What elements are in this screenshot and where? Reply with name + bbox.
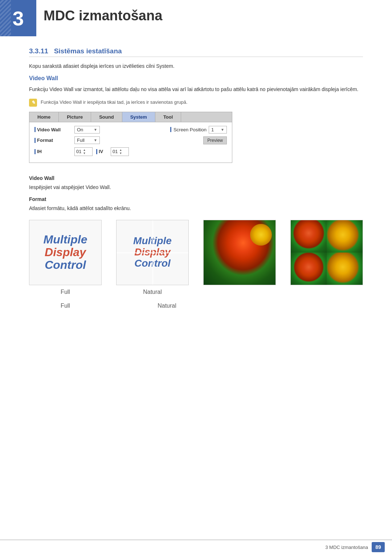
flower-cell-4 (327, 253, 363, 285)
note-icon: ✎ (29, 99, 37, 107)
video-wall-description: Funkciju Video Wall var izmantot, lai at… (29, 85, 363, 93)
full-flower-label-item: Full (29, 303, 102, 309)
section-number: 3.3.11 (29, 47, 48, 55)
full-flower-label: Full (61, 303, 70, 309)
format-sub-heading: Format (29, 196, 363, 202)
chevron-down-icon: ▼ (94, 128, 97, 132)
page-number-badge: 89 (372, 542, 385, 552)
tab-home[interactable]: Home (29, 112, 59, 122)
footer-text: 3 MDC izmantošana (325, 545, 368, 550)
chevron-down-icon-2: ▼ (221, 128, 224, 132)
flower-accent (250, 224, 272, 246)
flower-full-item (203, 220, 276, 295)
flower-cell-1 (291, 220, 327, 253)
spinner-down-icon-2: ▼ (119, 152, 122, 155)
flower-labels: Full Natural (29, 303, 363, 309)
label-bar-3 (34, 138, 36, 143)
label-bar-2 (170, 127, 171, 132)
ui-panel: Home Picture Sound System Tool Video Wal… (29, 112, 232, 163)
full-label: Full (61, 289, 70, 295)
format-full-item: Multiple Display Control Full (29, 220, 102, 295)
video-wall-heading: Video Wall (29, 75, 363, 82)
header-stripe-decoration (0, 0, 11, 36)
spinner-up-icon: ▲ (83, 148, 86, 152)
flower-cell-3 (291, 253, 327, 285)
section-title: Sistēmas iestatīšana (54, 47, 122, 55)
spinner-up-icon-2: ▲ (119, 148, 122, 152)
vw-sub-body: Iespējojiet vai atspējojiet Video Wall. (29, 183, 363, 191)
flower-natural-image (290, 220, 363, 285)
section-heading: 3.3.11 Sistēmas iestatīšana (29, 47, 363, 57)
section-intro: Kopu sarakstā atlasiet displeja ierīces … (29, 62, 363, 70)
screen-position: Screen Position 1 ▼ (170, 126, 227, 134)
natural-flower-label-item: Natural (131, 303, 203, 309)
label-bar-4 (34, 149, 36, 154)
format-natural-item: Multiple Display Control Natural (116, 220, 189, 295)
label-bar (34, 127, 36, 132)
natural-flower-label: Natural (158, 303, 176, 309)
note-box: ✎ Funkcija Video Wall ir iespējota tikai… (29, 99, 363, 107)
mdc-line-control: Control (45, 259, 86, 271)
natural-cell-1 (291, 220, 327, 253)
natural-cell-3 (291, 253, 327, 285)
iv-label-text: IV (99, 149, 103, 154)
format-select[interactable]: Full ▼ (74, 136, 100, 144)
chapter-header-bar: 3 (0, 0, 36, 36)
videowall-select[interactable]: On ▼ (74, 126, 100, 134)
spinner-down-icon: ▼ (83, 152, 86, 155)
screen-position-label: Screen Position (173, 127, 207, 132)
iv-spinner[interactable]: 01 ▲ ▼ (111, 147, 129, 156)
spinner-arrows: ▲ ▼ (83, 148, 86, 155)
format-label: Format (34, 138, 71, 143)
screen-position-select[interactable]: 1 ▼ (209, 126, 227, 134)
spinner-arrows-2: ▲ ▼ (119, 148, 122, 155)
tab-picture[interactable]: Picture (59, 112, 91, 122)
ih-label-text: IH (37, 149, 42, 154)
videowall-label-text: Video Wall (37, 127, 61, 132)
panel-body: Video Wall On ▼ Screen Position 1 ▼ (29, 122, 232, 163)
mdc-line-multiple: Multiple (44, 233, 87, 246)
natural-label: Natural (143, 289, 162, 295)
flower-cell-2 (327, 220, 363, 253)
chapter-title: MDC izmantošana (44, 8, 162, 24)
natural-mdc-image: Multiple Display Control (116, 220, 189, 285)
grid-v-line (152, 220, 153, 285)
tab-system[interactable]: System (122, 112, 155, 122)
format-label-text: Format (37, 138, 53, 143)
mdc-text-full: Multiple Display Control (29, 220, 101, 285)
videowall-label: Video Wall (34, 127, 71, 132)
chevron-down-icon-3: ▼ (94, 138, 97, 142)
tab-sound[interactable]: Sound (91, 112, 122, 122)
tab-tool[interactable]: Tool (155, 112, 181, 122)
main-content: 3.3.11 Sistēmas iestatīšana Kopu sarakst… (0, 47, 392, 309)
iv-label: IV (96, 149, 107, 154)
chapter-number: 3 (12, 7, 24, 30)
flower-natural-item (290, 220, 363, 295)
full-mdc-image: Multiple Display Control (29, 220, 102, 285)
flower-full-image (203, 220, 276, 285)
preview-button[interactable]: Preview (203, 136, 227, 144)
format-images-container: Multiple Display Control Full Multiple D… (29, 220, 363, 295)
mdc-line-display: Display (45, 246, 86, 259)
ih-value: 01 (76, 149, 81, 154)
panel-row-videowall: Video Wall On ▼ Screen Position 1 ▼ (34, 126, 227, 134)
note-text: Funkcija Video Wall ir iespējota tikai t… (41, 99, 188, 106)
videowall-value: On (77, 127, 83, 132)
ih-label: IH (34, 149, 71, 154)
vw-sub-heading: Video Wall (29, 175, 363, 181)
format-sub-body: Atlasiet formātu, kādā attēlot sadalīto … (29, 204, 363, 212)
panel-row-format: Format Full ▼ Preview (34, 136, 227, 144)
label-bar-5 (96, 149, 97, 154)
panel-row-ihiv: IH 01 ▲ ▼ IV 01 ▲ ▼ (34, 147, 227, 156)
natural-cell-4 (327, 253, 363, 285)
iv-value: 01 (113, 149, 118, 154)
natural-cell-2 (327, 220, 363, 253)
screen-position-value: 1 (211, 127, 214, 132)
panel-tabs: Home Picture Sound System Tool (29, 112, 232, 122)
format-value: Full (77, 138, 85, 143)
ih-spinner[interactable]: 01 ▲ ▼ (74, 147, 93, 156)
page-footer: 3 MDC izmantošana 89 (0, 539, 392, 554)
